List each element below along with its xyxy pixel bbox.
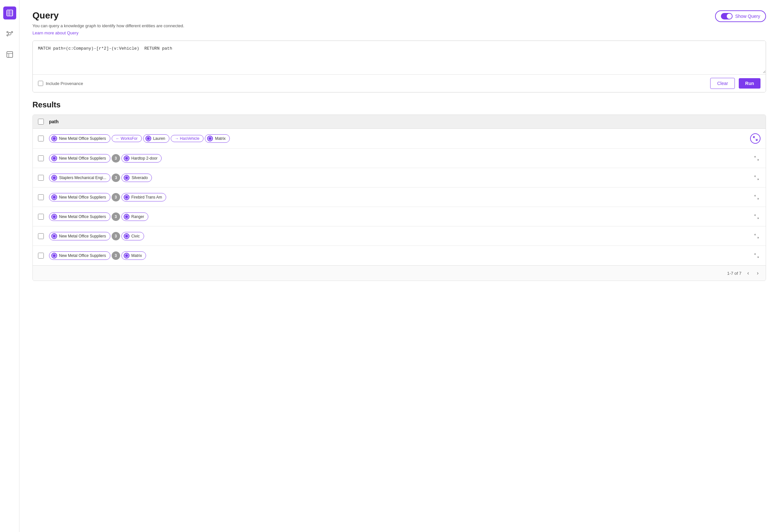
table-row: New Metal Office Suppliers 3 Civic — [33, 226, 766, 246]
graph-icon — [6, 30, 13, 37]
node-chip[interactable]: Lauren — [143, 134, 169, 143]
header-row: Query You can query a knowledge graph to… — [33, 10, 766, 36]
row-content: New Metal Office Suppliers 3 Civic — [49, 232, 747, 241]
show-query-button[interactable]: Show Query — [715, 10, 766, 22]
node-chip[interactable]: Ranger — [121, 212, 148, 221]
node-chip[interactable]: New Metal Office Suppliers — [49, 154, 110, 162]
node-icon-inner — [53, 177, 56, 179]
learn-more-link[interactable]: Learn more about Query — [33, 30, 78, 36]
svg-point-5 — [7, 31, 8, 33]
expand-icon[interactable] — [750, 133, 761, 144]
expand-icon-small[interactable] — [753, 154, 761, 162]
node-icon — [51, 175, 57, 181]
node-icon — [51, 233, 57, 239]
number-chip: 3 — [112, 174, 120, 182]
row-checkbox[interactable] — [38, 175, 44, 181]
table-row: New Metal Office Suppliers 3 Firebird Tr… — [33, 188, 766, 207]
schema-icon — [6, 51, 13, 58]
sidebar-item-graph[interactable] — [3, 27, 16, 40]
node-chip[interactable]: Silverado — [121, 174, 152, 182]
node-chip[interactable]: Matrix — [205, 134, 230, 143]
node-label: New Metal Office Suppliers — [59, 234, 106, 239]
node-icon-inner — [125, 235, 128, 238]
row-checkbox[interactable] — [38, 136, 44, 141]
node-label: Civic — [131, 234, 140, 239]
node-label: New Metal Office Suppliers — [59, 195, 106, 200]
page-title: Query — [33, 10, 184, 21]
row-checkbox[interactable] — [38, 194, 44, 200]
node-label: Lauren — [153, 136, 165, 141]
node-icon — [124, 175, 129, 181]
toggle-switch — [721, 13, 733, 19]
node-chip[interactable]: New Metal Office Suppliers — [49, 232, 110, 241]
clear-button[interactable]: Clear — [710, 78, 734, 89]
row-checkbox[interactable] — [38, 233, 44, 239]
sidebar-item-table[interactable] — [3, 6, 16, 19]
node-label: Matrix — [131, 253, 142, 258]
run-button[interactable]: Run — [739, 78, 761, 88]
next-page-button[interactable]: › — [755, 270, 761, 277]
provenance-text: Include Provenance — [46, 81, 83, 86]
table-footer: 1-7 of 7 ‹ › — [33, 265, 766, 281]
node-icon — [124, 233, 129, 239]
expand-icon-small[interactable] — [753, 252, 761, 260]
node-chip[interactable]: Staplers Mechanical Engi... — [49, 174, 110, 182]
row-content: New Metal Office Suppliers 3 Firebird Tr… — [49, 193, 747, 201]
node-icon — [145, 136, 151, 141]
row-checkbox[interactable] — [38, 155, 44, 161]
node-icon-inner — [53, 215, 56, 218]
row-checkbox[interactable] — [38, 253, 44, 259]
pagination-info: 1-7 of 7 — [727, 271, 741, 276]
node-icon — [207, 136, 213, 141]
node-chip[interactable]: New Metal Office Suppliers — [49, 193, 110, 201]
number-chip: 3 — [112, 232, 120, 241]
select-all-checkbox[interactable] — [38, 119, 44, 125]
svg-point-6 — [11, 31, 13, 33]
sidebar — [0, 0, 19, 532]
node-icon — [51, 136, 57, 141]
query-box: Include Provenance Clear Run — [33, 41, 766, 92]
node-chip[interactable]: Civic — [121, 232, 144, 241]
node-chip[interactable]: New Metal Office Suppliers — [49, 212, 110, 221]
row-content: New Metal Office Suppliers 3 Ranger — [49, 212, 747, 221]
prev-page-button[interactable]: ‹ — [745, 270, 751, 277]
node-icon — [124, 253, 129, 259]
node-icon — [124, 155, 129, 161]
column-path-header: path — [49, 119, 59, 124]
number-chip: 3 — [112, 251, 120, 260]
node-chip[interactable]: Firebird Trans Am — [121, 193, 167, 201]
node-label: New Metal Office Suppliers — [59, 214, 106, 219]
expand-icon-small[interactable] — [753, 232, 761, 240]
title-area: Query You can query a knowledge graph to… — [33, 10, 184, 36]
node-label: Firebird Trans Am — [131, 195, 162, 200]
table-icon — [6, 9, 13, 16]
node-icon-inner — [125, 157, 128, 159]
node-label: Staplers Mechanical Engi... — [59, 176, 106, 180]
query-footer: Include Provenance Clear Run — [33, 74, 766, 92]
provenance-checkbox[interactable] — [38, 81, 43, 86]
node-chip[interactable]: New Metal Office Suppliers — [49, 251, 110, 260]
edge-chip: ← WorksFor — [112, 135, 142, 142]
table-row: New Metal Office Suppliers 3 Hardtop 2-d… — [33, 148, 766, 168]
node-chip[interactable]: New Metal Office Suppliers — [49, 134, 110, 143]
row-content: New Metal Office Suppliers 3 Matrix — [49, 251, 747, 260]
svg-point-7 — [7, 35, 8, 36]
node-icon — [51, 253, 57, 259]
table-body: New Metal Office Suppliers ← WorksFor La… — [33, 129, 766, 265]
sidebar-item-schema[interactable] — [3, 48, 16, 61]
node-label: Matrix — [215, 136, 226, 141]
number-chip: 3 — [112, 193, 120, 201]
node-icon-inner — [147, 137, 149, 140]
node-icon-inner — [53, 254, 56, 257]
node-chip[interactable]: Matrix — [121, 251, 146, 260]
expand-icon-small[interactable] — [753, 193, 761, 201]
svg-rect-0 — [7, 10, 13, 16]
node-chip[interactable]: Hardtop 2-door — [121, 154, 162, 162]
row-content: New Metal Office Suppliers 3 Hardtop 2-d… — [49, 154, 747, 162]
node-label: Hardtop 2-door — [131, 156, 158, 160]
results-title: Results — [33, 100, 766, 109]
expand-icon-small[interactable] — [753, 213, 761, 220]
query-textarea[interactable] — [33, 41, 766, 73]
expand-icon-small[interactable] — [753, 174, 761, 182]
row-checkbox[interactable] — [38, 214, 44, 220]
